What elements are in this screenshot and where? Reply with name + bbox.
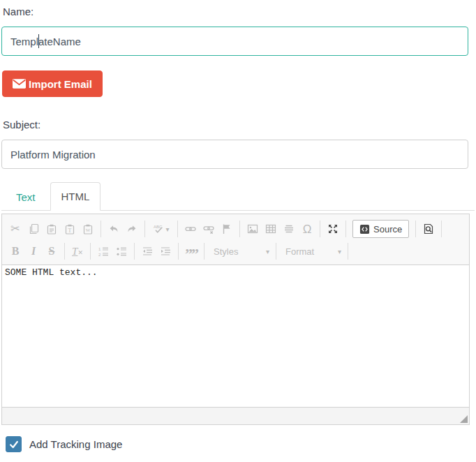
increase-indent-icon [160, 246, 171, 257]
chevron-down-icon: ▾ [165, 225, 169, 233]
link-icon [185, 223, 196, 234]
source-button-label: Source [373, 224, 402, 234]
toolbar-separator [320, 221, 320, 237]
svg-text:2: 2 [98, 253, 101, 257]
omega-icon: Ω [303, 223, 312, 235]
remove-format-icon: T✕ [72, 246, 83, 258]
bold-icon: B [12, 245, 20, 258]
spell-check-icon: ABC [153, 223, 164, 234]
toolbar-row-2: B I S T✕ 12 ”” [6, 240, 465, 262]
maximize-button[interactable] [324, 221, 342, 237]
import-email-button[interactable]: Import Email [2, 70, 103, 97]
italic-icon: I [31, 245, 36, 258]
numbered-list-icon: 12 [98, 246, 109, 257]
unlink-icon [203, 223, 214, 234]
styles-dropdown-label: Styles [214, 246, 238, 257]
remove-format-button[interactable]: T✕ [68, 243, 87, 260]
decrease-indent-icon [142, 246, 153, 257]
paste-plain-text-button[interactable]: T [61, 221, 79, 237]
preview-button[interactable] [419, 221, 438, 237]
styles-dropdown[interactable]: Styles ▾ [208, 246, 272, 257]
decrease-indent-button[interactable] [138, 243, 156, 260]
name-input[interactable] [1, 27, 468, 56]
source-icon [359, 224, 370, 234]
toolbar-separator [415, 221, 416, 237]
toolbar-separator [101, 221, 101, 237]
blockquote-icon: ”” [185, 245, 198, 258]
toolbar-separator [204, 243, 204, 260]
paste-from-word-button[interactable]: W [79, 221, 97, 237]
maximize-icon [327, 223, 339, 234]
increase-indent-button[interactable] [156, 243, 174, 260]
envelope-icon [13, 79, 26, 89]
chevron-down-icon: ▾ [338, 248, 341, 255]
checkmark-icon [9, 440, 19, 449]
redo-icon [126, 223, 137, 234]
unlink-button[interactable] [200, 221, 218, 237]
numbered-list-button[interactable]: 12 [94, 243, 112, 260]
tab-text[interactable]: Text [6, 184, 46, 211]
tab-html[interactable]: HTML [50, 182, 101, 211]
anchor-flag-button[interactable] [218, 221, 236, 237]
cut-button[interactable]: ✂ [6, 221, 24, 237]
bold-button[interactable]: B [6, 243, 24, 260]
paste-icon [46, 223, 57, 234]
toolbar-separator [276, 243, 276, 260]
name-input-wrap [1, 27, 475, 56]
toolbar-separator [90, 243, 91, 260]
format-dropdown[interactable]: Format ▾ [280, 246, 344, 257]
toolbar-separator [134, 243, 135, 260]
bulleted-list-button[interactable] [112, 243, 131, 260]
preview-icon [423, 223, 434, 234]
special-character-button[interactable]: Ω [298, 221, 316, 237]
import-email-label: Import Email [29, 78, 92, 90]
add-tracking-checkbox[interactable] [6, 436, 22, 452]
editor-tabs: Text HTML [1, 180, 475, 211]
subject-input-wrap [1, 140, 475, 169]
horizontal-line-button[interactable] [280, 221, 298, 237]
horizontal-line-icon [283, 223, 295, 234]
paste-word-icon: W [82, 223, 94, 234]
spell-check-button[interactable]: ABC ▾ [149, 221, 174, 237]
add-tracking-label: Add Tracking Image [29, 438, 122, 450]
editor-status-bar [2, 407, 469, 424]
tracking-option-row: Add Tracking Image [6, 436, 475, 452]
redo-button[interactable] [123, 221, 141, 237]
italic-button[interactable]: I [24, 243, 43, 260]
toolbar-separator [345, 221, 346, 237]
strikethrough-button[interactable]: S [43, 243, 61, 260]
toolbar-separator [177, 221, 178, 237]
image-button[interactable] [244, 221, 262, 237]
toolbar-separator [348, 243, 348, 260]
strikethrough-icon: S [49, 245, 55, 258]
toolbar-separator [441, 221, 442, 237]
toolbar-row-1: ✂ T W [6, 218, 465, 240]
toolbar-separator [144, 221, 145, 237]
bulleted-list-icon [116, 246, 127, 257]
svg-text:1: 1 [98, 247, 101, 251]
paste-text-icon: T [64, 223, 75, 234]
name-label: Name: [3, 6, 475, 18]
source-button[interactable]: Source [352, 220, 409, 238]
editor-toolbar: ✂ T W [2, 214, 469, 265]
image-icon [247, 223, 258, 234]
source-code-textarea[interactable]: SOME HTML text... [2, 265, 469, 407]
table-icon [265, 223, 276, 234]
undo-icon [108, 223, 119, 234]
toolbar-separator [178, 243, 179, 260]
subject-input[interactable] [1, 140, 468, 169]
copy-icon [28, 223, 39, 234]
blockquote-button[interactable]: ”” [182, 243, 200, 260]
html-editor: ✂ T W [1, 214, 470, 425]
scissors-icon: ✂ [10, 223, 20, 234]
copy-button[interactable] [24, 221, 43, 237]
resize-handle-icon[interactable] [460, 415, 468, 423]
undo-button[interactable] [105, 221, 123, 237]
paste-button[interactable] [43, 221, 61, 237]
table-button[interactable] [262, 221, 280, 237]
format-dropdown-label: Format [285, 246, 314, 257]
link-button[interactable] [181, 221, 200, 237]
subject-label: Subject: [3, 119, 475, 131]
flag-icon [221, 223, 232, 234]
email-template-form: Name: Import Email Subject: Text HTML ✂ [0, 0, 476, 452]
